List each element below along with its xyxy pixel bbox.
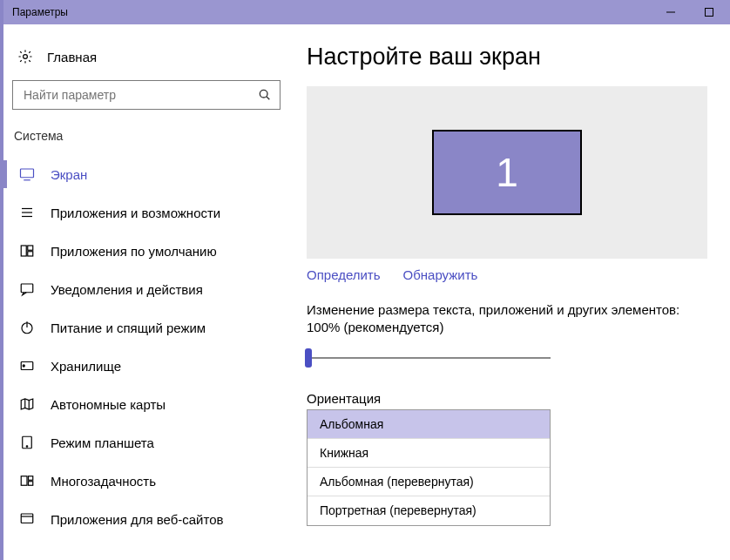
svg-rect-12	[28, 252, 33, 256]
map-icon	[19, 396, 35, 412]
window-title: Параметры	[12, 6, 68, 18]
titlebar: Параметры	[3, 0, 730, 24]
chat-icon	[19, 281, 35, 297]
svg-point-17	[23, 365, 24, 367]
svg-rect-23	[29, 476, 33, 481]
minimize-button[interactable]	[652, 0, 690, 24]
search-input[interactable]	[12, 80, 281, 110]
svg-rect-13	[21, 284, 33, 293]
power-icon	[19, 320, 35, 335]
detect-link[interactable]: Обнаружить	[403, 267, 478, 282]
maximize-button[interactable]	[690, 0, 728, 24]
svg-line-4	[267, 97, 269, 99]
svg-point-2	[24, 55, 28, 59]
nav-item-power[interactable]: Питание и спящий режим	[12, 308, 281, 347]
home-label: Главная	[47, 50, 97, 64]
orientation-option[interactable]: Альбомная (перевернутая)	[308, 468, 550, 496]
svg-rect-10	[21, 246, 26, 256]
nav-item-offline-maps[interactable]: Автономные карты	[12, 385, 281, 423]
category-label: Система	[12, 129, 281, 143]
tablet-icon	[19, 435, 35, 450]
nav-item-display[interactable]: Экран	[12, 155, 281, 193]
gear-icon	[17, 49, 33, 64]
nav-label: Уведомления и действия	[51, 282, 203, 297]
storage-icon	[19, 358, 35, 374]
search-field[interactable]	[12, 80, 281, 110]
nav-list: Экран Приложения и возможности Приложени…	[12, 155, 281, 538]
display-preview[interactable]: 1	[307, 86, 707, 259]
nav-label: Режим планшета	[51, 435, 154, 450]
multitask-icon	[19, 473, 35, 489]
nav-item-apps[interactable]: Приложения и возможности	[12, 193, 281, 232]
svg-rect-24	[29, 482, 33, 486]
monitor-icon	[19, 166, 35, 182]
main-content: Настройте ваш экран 1 Определить Обнаруж…	[291, 24, 730, 560]
nav-item-storage[interactable]: Хранилище	[12, 347, 281, 385]
nav-label: Экран	[51, 167, 87, 182]
nav-label: Хранилище	[51, 359, 121, 374]
svg-rect-22	[21, 476, 27, 486]
search-icon	[258, 88, 272, 102]
default-apps-icon	[19, 243, 35, 259]
monitor-1[interactable]: 1	[432, 130, 582, 215]
page-title: Настройте ваш экран	[307, 44, 706, 71]
slider-thumb[interactable]	[305, 348, 312, 368]
nav-label: Питание и спящий режим	[51, 320, 206, 335]
orientation-dropdown[interactable]: Альбомная Книжная Альбомная (перевернута…	[307, 409, 551, 526]
nav-item-multitasking[interactable]: Многозадачность	[12, 462, 281, 500]
sidebar: Главная Система Экран Прилож	[3, 24, 291, 560]
slider-track	[307, 357, 551, 359]
nav-item-notifications[interactable]: Уведомления и действия	[12, 270, 281, 308]
svg-point-21	[26, 446, 28, 448]
nav-label: Приложения по умолчанию	[51, 244, 217, 259]
svg-rect-1	[706, 9, 713, 17]
window-controls	[652, 0, 728, 24]
orientation-label: Ориентация	[307, 391, 706, 406]
identify-link[interactable]: Определить	[307, 267, 381, 282]
nav-item-web-apps[interactable]: Приложения для веб-сайтов	[12, 500, 281, 538]
nav-label: Многозадачность	[51, 474, 156, 489]
orientation-option[interactable]: Портретная (перевернутая)	[308, 496, 550, 525]
nav-label: Приложения и возможности	[51, 206, 220, 220]
list-icon	[19, 205, 35, 220]
scale-label: Изменение размера текста, приложений и д…	[307, 301, 706, 337]
svg-rect-11	[28, 246, 33, 250]
monitor-number: 1	[496, 149, 518, 196]
svg-point-3	[260, 90, 267, 98]
orientation-option[interactable]: Книжная	[308, 439, 550, 468]
nav-item-tablet[interactable]: Режим планшета	[12, 423, 281, 462]
home-button[interactable]: Главная	[12, 40, 281, 80]
nav-item-default-apps[interactable]: Приложения по умолчанию	[12, 232, 281, 270]
web-apps-icon	[19, 511, 35, 527]
svg-rect-5	[21, 169, 34, 178]
orientation-option[interactable]: Альбомная	[308, 410, 550, 439]
svg-rect-25	[21, 514, 33, 523]
scale-slider[interactable]	[307, 349, 551, 367]
nav-label: Автономные карты	[51, 397, 166, 412]
nav-label: Приложения для веб-сайтов	[51, 512, 224, 527]
